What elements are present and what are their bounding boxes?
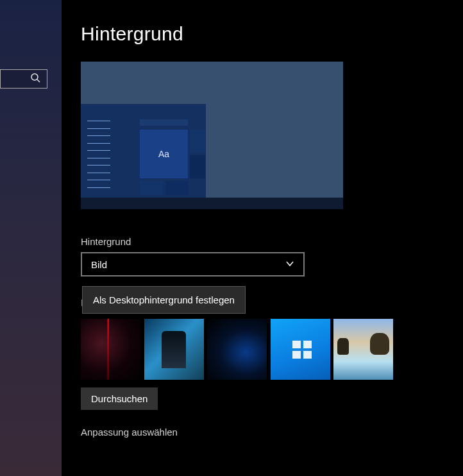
recent-images-row [81,319,444,380]
recent-image-5[interactable] [333,319,393,380]
main-content: Hintergrund Aa Hintergrund [62,0,463,476]
recent-image-4[interactable] [271,319,330,380]
settings-sidebar [0,0,62,476]
preview-start-tiles: Aa [140,119,204,195]
background-type-dropdown[interactable]: Bild [81,252,305,276]
preview-start-menu: Aa [81,104,206,198]
search-input[interactable] [0,69,47,89]
preview-taskbar [81,198,343,209]
svg-point-0 [31,74,38,80]
preview-sample-text: Aa [140,130,188,178]
chevron-down-icon [285,259,294,270]
browse-button[interactable]: Durchsuchen [81,387,158,410]
desktop-preview: Aa [81,62,343,209]
recent-image-2[interactable] [144,319,204,380]
context-menu-set-wallpaper[interactable]: Als Desktophintergrund festlegen [82,286,246,314]
recent-image-1[interactable] [81,319,140,380]
preview-start-list [87,121,110,188]
settings-personalization-background: Hintergrund Aa Hintergrund [0,0,463,476]
svg-line-1 [37,80,40,82]
fit-label: Anpassung auswählen [81,427,444,438]
dropdown-value: Bild [91,259,107,270]
page-title: Hintergrund [81,23,444,45]
background-label: Hintergrund [81,236,444,247]
recent-image-3[interactable] [207,319,267,380]
search-icon [30,72,40,85]
